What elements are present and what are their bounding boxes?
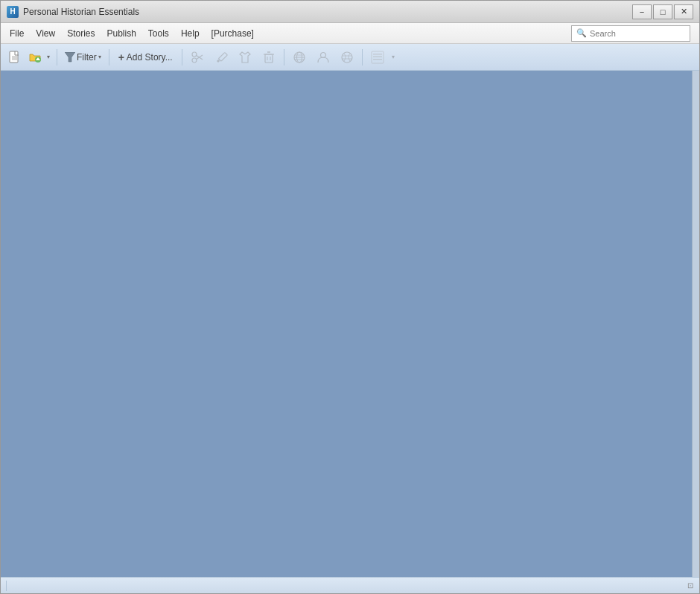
maximize-button[interactable]: □ (653, 4, 672, 19)
title-bar-left: Personal Historian Essentials (7, 6, 139, 18)
menu-file[interactable]: File (4, 23, 30, 43)
menu-publish[interactable]: Publish (101, 23, 142, 43)
filter-button[interactable]: Filter ▾ (61, 47, 105, 68)
menu-stories[interactable]: Stories (61, 23, 101, 43)
menu-view[interactable]: View (30, 23, 61, 43)
delete-button[interactable] (258, 47, 280, 68)
shirt-button[interactable] (234, 47, 256, 68)
filter-arrow: ▾ (98, 54, 101, 60)
status-divider-1 (6, 581, 7, 591)
separator-2 (109, 49, 109, 66)
trash-icon (262, 51, 276, 64)
svg-rect-13 (265, 54, 273, 63)
person-button[interactable] (312, 47, 334, 68)
separator-1 (57, 49, 57, 66)
menu-help[interactable]: Help (175, 23, 206, 43)
svg-rect-30 (373, 59, 382, 60)
open-dropdown-arrow[interactable]: ▾ (44, 47, 53, 68)
app-icon (7, 6, 19, 18)
svg-rect-29 (373, 56, 382, 57)
menu-bar: File View Stories Publish Tools Help [Pu… (1, 23, 699, 44)
svg-point-7 (192, 52, 197, 57)
main-window: Personal Historian Essentials − □ ✕ File… (0, 0, 700, 594)
menu-purchase[interactable]: [Purchase] (206, 23, 260, 43)
more-icon (371, 51, 384, 64)
window-controls: − □ ✕ (632, 4, 693, 19)
add-story-button[interactable]: + Add Story... (113, 47, 178, 68)
main-content-area (1, 71, 699, 577)
svg-point-24 (342, 52, 352, 63)
filter-label: Filter (77, 52, 97, 63)
menu-tools[interactable]: Tools (142, 23, 175, 43)
world-button[interactable] (336, 47, 358, 68)
new-doc-icon (8, 51, 22, 64)
new-document-button[interactable] (4, 47, 26, 68)
status-bar: ⊡ (1, 577, 699, 593)
title-bar: Personal Historian Essentials − □ ✕ (1, 1, 699, 23)
more-button[interactable] (366, 47, 389, 68)
add-story-plus-icon: + (118, 51, 124, 63)
svg-marker-6 (65, 52, 75, 62)
open-button[interactable] (26, 47, 44, 68)
search-box: 🔍 (571, 25, 690, 42)
search-icon: 🔍 (576, 28, 587, 38)
globe-button[interactable] (288, 47, 311, 68)
shirt-icon (238, 51, 252, 64)
search-container: 🔍 (571, 25, 690, 42)
world-icon (340, 51, 354, 64)
vertical-scrollbar[interactable] (692, 71, 699, 577)
svg-rect-11 (218, 52, 227, 61)
globe-icon (293, 51, 306, 64)
open-folder-icon (28, 51, 42, 64)
cut-button[interactable] (186, 47, 209, 68)
minimize-button[interactable]: − (632, 4, 652, 19)
svg-point-8 (192, 58, 197, 63)
add-story-label: Add Story... (127, 52, 173, 63)
pencil-icon (214, 51, 228, 64)
separator-4 (284, 49, 284, 66)
new-button-group: ▾ (4, 47, 53, 68)
svg-rect-28 (373, 54, 382, 55)
close-button[interactable]: ✕ (674, 4, 693, 19)
person-icon (316, 51, 330, 64)
scissors-icon (191, 51, 204, 64)
more-button-group: ▾ (366, 47, 398, 68)
separator-5 (362, 49, 363, 66)
window-title: Personal Historian Essentials (23, 7, 139, 17)
toolbar: ▾ Filter ▾ + Add Story... (1, 44, 699, 71)
edit-button[interactable] (210, 47, 232, 68)
separator-3 (182, 49, 182, 66)
filter-icon (65, 52, 75, 63)
more-dropdown-arrow[interactable]: ▾ (389, 47, 398, 68)
resize-grip[interactable]: ⊡ (684, 580, 696, 592)
search-input[interactable] (590, 29, 685, 38)
